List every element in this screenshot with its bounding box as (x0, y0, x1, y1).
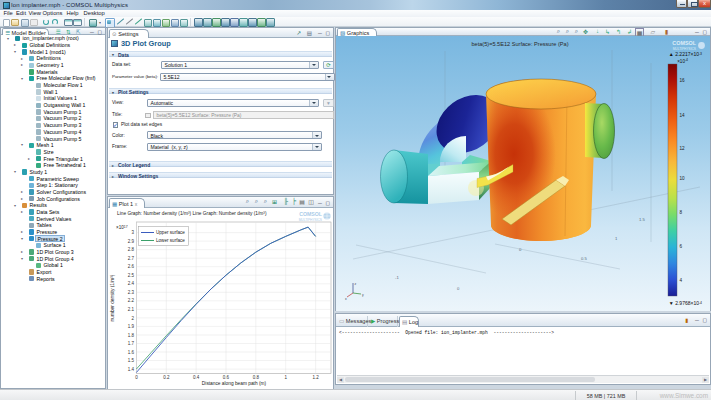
svg-text:1.7: 1.7 (128, 341, 135, 346)
svg-text:beta(5)=5.5E12 Surface: Press: beta(5)=5.5E12 Surface: Pressure (Pa) (471, 41, 568, 47)
svg-text:1.2: 1.2 (312, 375, 319, 380)
svg-text:0.5: 0.5 (581, 256, 587, 261)
svg-text:2.8: 2.8 (128, 247, 135, 252)
svg-text:0.6: 0.6 (223, 375, 230, 380)
svg-text:Distance along beam path (m): Distance along beam path (m) (202, 381, 267, 386)
svg-text:1.8: 1.8 (128, 333, 135, 338)
svg-text:Lower surface: Lower surface (156, 238, 185, 243)
svg-text:1.5: 1.5 (128, 358, 135, 363)
svg-text:2.4: 2.4 (128, 281, 135, 286)
svg-text:COMSOL: COMSOL (672, 40, 696, 46)
svg-text:0.8: 0.8 (253, 375, 260, 380)
svg-text:z: z (355, 282, 357, 286)
svg-text:4: 4 (680, 278, 683, 283)
svg-text:2.7: 2.7 (128, 256, 135, 261)
svg-text:COMSOL: COMSOL (299, 211, 323, 217)
svg-text:Line Graph: Number density (1/: Line Graph: Number density (1/m³) Line G… (117, 211, 267, 216)
svg-text:2.6: 2.6 (128, 264, 135, 269)
svg-text:number density (1/m³): number density (1/m³) (110, 274, 115, 321)
svg-text:1.5: 1.5 (639, 217, 645, 222)
svg-text:▼ 2.9768×10-4: ▼ 2.9768×10-4 (669, 300, 702, 306)
svg-text:2.5: 2.5 (128, 273, 135, 278)
svg-text:1.4: 1.4 (128, 367, 135, 372)
svg-text:14: 14 (680, 113, 686, 118)
svg-text:1.6: 1.6 (128, 350, 135, 355)
svg-text:▲ 2.2217×10-3: ▲ 2.2217×10-3 (669, 51, 702, 57)
svg-text:Upper surface: Upper surface (156, 230, 185, 235)
svg-text:1.9: 1.9 (128, 324, 135, 329)
svg-text:8: 8 (680, 210, 683, 215)
svg-text:16: 16 (680, 78, 686, 83)
svg-text:12: 12 (680, 146, 686, 151)
svg-text:x: x (345, 297, 347, 301)
svg-text:y: y (362, 293, 364, 297)
svg-text:10: 10 (680, 176, 686, 181)
svg-text:0.2: 0.2 (163, 375, 170, 380)
svg-text:2.1: 2.1 (128, 307, 135, 312)
svg-text:2.9: 2.9 (128, 239, 135, 244)
svg-text:MULTIPHYSICS: MULTIPHYSICS (299, 218, 322, 222)
svg-text:6: 6 (680, 244, 683, 249)
svg-text:2.2: 2.2 (128, 298, 135, 303)
svg-text:2.3: 2.3 (128, 290, 135, 295)
svg-text:MULTIPHYSICS: MULTIPHYSICS (673, 47, 696, 51)
svg-text:0.4: 0.4 (193, 375, 200, 380)
